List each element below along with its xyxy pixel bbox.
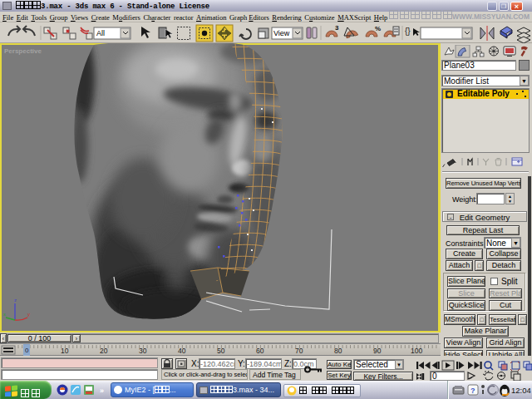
svg-text:Perspective: Perspective [4,47,42,55]
svg-text:50: 50 [217,347,225,355]
svg-text:90: 90 [373,347,382,355]
svg-text:View: View [273,29,290,37]
svg-text:All: All [96,29,105,37]
svg-text:?: ? [470,387,475,395]
svg-text:70: 70 [295,347,303,355]
svg-text:30: 30 [139,347,147,355]
svg-text:»: » [100,387,104,395]
svg-text:%: % [375,25,381,32]
svg-text:40: 40 [178,347,186,355]
svg-text:0: 0 [25,347,29,354]
svg-text:80: 80 [334,347,342,355]
svg-text:{}: {} [405,27,411,36]
svg-text:3: 3 [335,24,339,32]
svg-text:100: 100 [411,347,422,355]
svg-text:y: y [27,312,30,317]
svg-text:x: x [3,312,6,317]
svg-text:20: 20 [100,347,108,355]
svg-text:60: 60 [256,347,264,355]
svg-text:10: 10 [61,347,69,355]
svg-text:z: z [14,298,17,303]
